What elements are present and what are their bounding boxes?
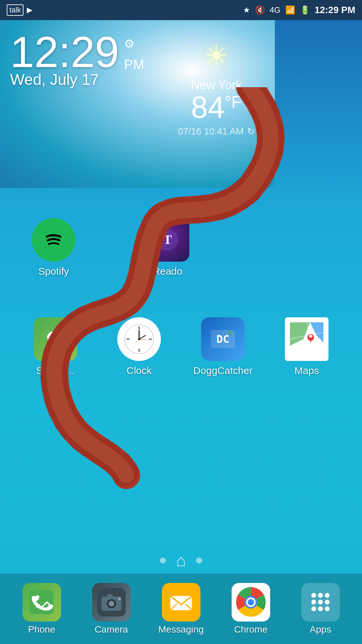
status-bar: talk ▶ ★ 🔇 4G 📶 🔋 12:29 PM [0,0,362,20]
dock-camera[interactable]: Camera [81,583,141,635]
doggcatcher-label: DoggCatcher [193,365,253,376]
clock-icon [117,317,161,361]
shealth-label: S Heal... [36,365,74,376]
app-maps[interactable]: Maps [273,317,340,376]
svg-point-42 [318,593,323,598]
signal-bars-icon: 📶 [285,5,295,15]
widget-ampm: PM [124,57,144,72]
play-icon: ▶ [27,6,33,14]
svg-point-43 [325,593,329,598]
messaging-icon [162,583,200,622]
bluetooth-icon: ★ [243,5,250,15]
maps-label: Maps [294,365,319,376]
dock: Phone Camera [0,574,362,644]
dock-phone[interactable]: Phone [11,583,72,635]
phone-icon [22,583,61,622]
spotify-logo [40,226,67,253]
svg-point-44 [311,600,316,604]
svg-point-45 [318,600,323,604]
chrome-logo [235,586,267,618]
svg-point-49 [325,606,329,611]
wallpaper: 12:29 ⚙ PM Wed, July 17 ☀ New York 84 °F… [0,20,362,644]
spotify-label: Spotify [38,266,69,277]
battery-icon: 🔋 [300,5,310,15]
svg-point-46 [325,600,329,604]
status-right-icons: ★ 🔇 4G 📶 🔋 12:29 PM [243,5,355,15]
chrome-icon [232,583,270,622]
mute-icon: 🔇 [255,5,265,15]
dock-chrome[interactable]: Chrome [221,583,281,635]
weather-sun-icon: ☀ [178,40,255,71]
svg-point-48 [318,606,323,611]
svg-point-16 [229,331,232,334]
shealth-logo [42,326,69,353]
status-left-icons: talk ▶ [7,4,33,16]
talk-icon: talk [7,4,23,16]
weather-temperature: 84 [191,92,225,122]
apps-label: Apps [310,624,331,635]
camera-logo [97,588,126,616]
app-shealth[interactable]: S Heal... [22,317,89,376]
app-clock[interactable]: Clock [106,317,173,376]
app-row-1: Spotify T Reado [13,218,349,277]
home-button-indicator[interactable]: ⌂ [176,551,186,570]
dock-apps[interactable]: Apps [290,583,351,635]
svg-point-32 [118,597,121,600]
page-dot-1[interactable] [160,557,166,564]
weather-temp-row: 84 °F [178,92,255,122]
doggcatcher-logo: DC [208,324,238,354]
widget-clock-settings-icon: ⚙ [124,37,144,50]
camera-icon [92,583,131,622]
phone-logo [28,589,55,615]
weather-refresh-icon[interactable]: ↻ [247,126,255,137]
typora-logo: T [154,226,181,253]
weather-updated: 07/16 10:41 AM ↻ [178,126,255,137]
apps-grid-logo [307,589,334,615]
clock-face-svg [124,324,154,354]
maps-icon [285,317,328,361]
page-indicator: ⌂ [160,551,202,570]
page-dot-2[interactable] [196,557,202,564]
app-row-2: S Heal... [13,317,349,376]
svg-point-47 [311,606,316,611]
svg-point-40 [248,599,254,605]
typora-label: Reado [153,266,182,277]
chrome-label: Chrome [234,624,267,635]
messaging-label: Messaging [158,624,203,635]
signal-4g-icon: 4G [270,5,281,15]
typora-icon: T [146,218,189,262]
camera-label: Camera [95,624,128,635]
status-time: 12:29 PM [315,5,355,15]
messaging-logo [167,588,195,616]
svg-rect-31 [107,594,113,598]
doggcatcher-icon: DC [201,317,245,361]
svg-point-41 [311,593,316,598]
app-spotify[interactable]: Spotify [20,218,87,277]
weather-widget[interactable]: 12:29 ⚙ PM Wed, July 17 ☀ New York 84 °F… [0,20,275,188]
weather-unit: °F [225,92,242,112]
app-doggcatcher[interactable]: DC DoggCatcher [189,317,256,376]
dock-messaging[interactable]: Messaging [151,583,211,635]
svg-text:DC: DC [217,333,230,345]
svg-text:T: T [163,232,172,247]
widget-time: 12:29 [10,30,119,74]
spotify-icon [32,218,75,262]
svg-point-30 [109,601,114,606]
weather-location: New York [178,78,255,92]
svg-point-13 [138,338,140,340]
apps-icon [301,583,340,622]
maps-logo-svg [290,322,323,356]
app-typora[interactable]: T Reado [134,218,201,277]
app-grid: Spotify T Reado [0,211,362,393]
shealth-icon [34,317,77,361]
weather-info: ☀ New York 84 °F 07/16 10:41 AM ↻ [178,40,255,137]
clock-label: Clock [126,365,152,376]
phone-label: Phone [28,624,55,635]
